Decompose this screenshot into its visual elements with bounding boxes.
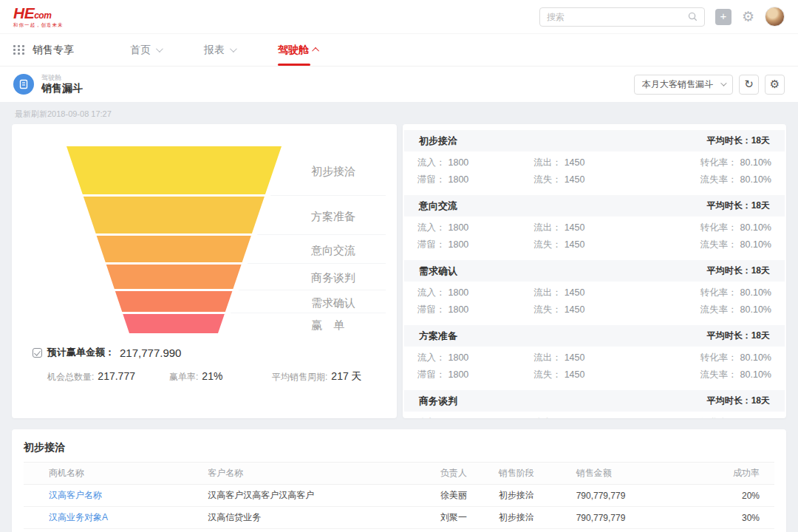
- sales-funnel-chart: 初步接洽方案准备意向交流商务谈判需求确认赢 单: [12, 124, 397, 343]
- add-button[interactable]: +: [715, 9, 732, 25]
- nav-item-label: 报表: [204, 44, 225, 57]
- table-cell: 790,779,779: [576, 485, 684, 507]
- search-box[interactable]: [539, 7, 705, 27]
- funnel-stat-1: 赢单率:21%: [169, 370, 222, 383]
- stage-section-4: 商务谈判平均时长：18天流入：1800流出：1450转化率：80.10%滞留：1…: [403, 390, 786, 418]
- stage-metric: 转化率：80.10%: [644, 415, 771, 418]
- stage-section-0: 初步接洽平均时长：18天流入：1800流出：1450转化率：80.10%滞留：1…: [403, 130, 786, 193]
- table-cell: 徐美丽: [440, 485, 499, 507]
- search-icon: [688, 12, 698, 21]
- funnel-segment-0[interactable]: [66, 146, 282, 194]
- settings-gear-icon[interactable]: ⚙: [742, 10, 754, 24]
- opportunity-table-card: 初步接洽 商机名称客户名称负责人销售阶段销售金额成功率 汉高客户名称汉高客户汉高…: [12, 429, 786, 532]
- stage-section-3: 方案准备平均时长：18天流入：1800流出：1450转化率：80.10%滞留：1…: [403, 325, 786, 388]
- stage-metric: 流失：1450: [533, 171, 644, 188]
- table-cell: 刘聚一: [440, 507, 499, 529]
- stage-metric: 流失率：80.10%: [644, 171, 771, 188]
- table-row-0[interactable]: 汉高客户名称汉高客户汉高客户汉高客户徐美丽初步接洽790,779,77920%: [24, 485, 774, 507]
- nav-item-1[interactable]: 报表: [204, 34, 235, 66]
- table-cell: 790,779,779: [576, 507, 684, 529]
- checkbox-icon[interactable]: [33, 348, 42, 358]
- funnel-stage-label-5: 赢 单: [311, 318, 344, 331]
- funnel-filter-select[interactable]: 本月大客销售漏斗: [634, 75, 733, 95]
- stage-header: 方案准备平均时长：18天: [404, 325, 785, 347]
- funnel-stat-2: 平均销售周期:217 天: [272, 370, 362, 383]
- funnel-segment-4[interactable]: [115, 291, 233, 312]
- opportunity-link[interactable]: 汉高客户名称: [24, 485, 208, 507]
- stage-metric: 流出：1450: [533, 219, 644, 236]
- stage-metric: 流入：1800: [417, 349, 533, 366]
- search-input[interactable]: [547, 12, 688, 22]
- funnel-segment-3[interactable]: [106, 265, 242, 289]
- stage-metric: 滞留：1800: [417, 301, 533, 318]
- opportunity-link[interactable]: 汉高业务对象A: [24, 507, 208, 529]
- stage-name: 方案准备: [419, 330, 457, 343]
- logo-text: HEcom: [13, 5, 64, 21]
- table-cell: 汉高客户汉高客户汉高客户: [208, 485, 440, 507]
- refresh-button[interactable]: ↻: [739, 75, 759, 95]
- stage-duration: 平均时长：18天: [707, 265, 770, 277]
- stage-metric: 流失：1450: [533, 236, 644, 253]
- stage-metric: 流失率：80.10%: [644, 236, 771, 253]
- table-col-5: 成功率: [684, 463, 774, 485]
- stage-name: 需求确认: [419, 265, 457, 278]
- table-header-row: 商机名称客户名称负责人销售阶段销售金额成功率: [24, 463, 774, 485]
- funnel-stage-label-1: 方案准备: [311, 210, 355, 222]
- table-cell: 30%: [684, 507, 774, 529]
- stage-metric: 流入：1800: [417, 415, 533, 418]
- table-col-2: 负责人: [440, 463, 499, 485]
- last-refreshed-text: 最新刷新2018-09-08 17:27: [0, 102, 798, 124]
- stage-duration: 平均时长：18天: [707, 330, 770, 342]
- breadcrumb: 驾驶舱: [41, 74, 83, 82]
- stage-header: 意向交流平均时长：18天: [404, 195, 785, 216]
- stage-metric: 滞留：1800: [417, 366, 533, 383]
- chevron-down-icon: [230, 45, 237, 52]
- stage-name: 初步接洽: [419, 134, 457, 148]
- stage-header: 需求确认平均时长：18天: [404, 260, 785, 282]
- nav-item-label: 首页: [130, 44, 151, 57]
- funnel-stage-label-0: 初步接洽: [311, 165, 355, 177]
- stage-metric: 流入：1800: [417, 284, 533, 301]
- table-row-1[interactable]: 汉高业务对象A汉高信贷业务刘聚一初步接洽790,779,77930%: [24, 507, 774, 529]
- stage-metric: 流失：1450: [533, 366, 644, 383]
- funnel-segment-2[interactable]: [97, 236, 251, 262]
- page-title: 销售漏斗: [41, 82, 83, 95]
- stage-header: 初步接洽平均时长：18天: [404, 130, 785, 151]
- stage-metric: 流出：1450: [533, 349, 644, 366]
- hecom-logo: HEcom 和你一起，创造未来: [13, 5, 64, 28]
- funnel-stage-label-4: 需求确认: [311, 296, 355, 309]
- nav-item-2[interactable]: 驾驶舱: [278, 34, 319, 66]
- chevron-down-icon: [720, 80, 726, 86]
- stage-metric: 流出：1450: [533, 154, 644, 171]
- chevron-down-icon: [156, 45, 163, 52]
- stage-metric: 流失：1450: [533, 301, 644, 318]
- main-content: 初步接洽方案准备意向交流商务谈判需求确认赢 单 预计赢单金额： 217,777.…: [0, 124, 798, 418]
- card-settings-button[interactable]: ⚙: [765, 75, 785, 95]
- stage-section-1: 意向交流平均时长：18天流入：1800流出：1450转化率：80.10%滞留：1…: [403, 195, 786, 258]
- funnel-segment-1[interactable]: [83, 197, 265, 233]
- nav-item-0[interactable]: 首页: [130, 34, 161, 66]
- stage-name: 意向交流: [419, 200, 457, 213]
- dashboard-clipboard-icon: [13, 74, 34, 95]
- stage-metric: 滞留：1800: [417, 171, 533, 188]
- stage-metrics-panel: 初步接洽平均时长：18天流入：1800流出：1450转化率：80.10%滞留：1…: [403, 124, 786, 418]
- stage-metrics-grid: 流入：1800流出：1450转化率：80.10%滞留：1800流失：1450流失…: [403, 216, 786, 258]
- stage-metrics-grid: 流入：1800流出：1450转化率：80.10%滞留：1800流失：1450流失…: [403, 347, 786, 388]
- funnel-stat-0: 机会总数量:217.777: [47, 370, 135, 383]
- apps-grid-icon[interactable]: [13, 45, 25, 55]
- stage-metric: 流失率：80.10%: [644, 366, 771, 383]
- stage-metric: 流入：1800: [417, 154, 533, 171]
- expected-amount-row: 预计赢单金额： 217,777.990: [33, 346, 181, 359]
- stage-metric: 转化率：80.10%: [644, 349, 771, 366]
- funnel-stage-label-2: 意向交流: [310, 244, 355, 256]
- title-bar: 驾驶舱 销售漏斗 本月大客销售漏斗 ↻ ⚙: [0, 66, 798, 102]
- table-col-0: 商机名称: [24, 463, 208, 485]
- funnel-stage-label-3: 商务谈判: [311, 271, 355, 284]
- stage-metric: 滞留：1800: [417, 236, 533, 253]
- funnel-segment-5[interactable]: [123, 314, 225, 333]
- stage-metrics-grid: 流入：1800流出：1450转化率：80.10%滞留：1800流失：1450流失…: [403, 412, 786, 418]
- opportunity-table: 商机名称客户名称负责人销售阶段销售金额成功率 汉高客户名称汉高客户汉高客户汉高客…: [24, 462, 774, 529]
- user-avatar[interactable]: [765, 7, 785, 27]
- stage-metric: 转化率：80.10%: [644, 284, 771, 301]
- expected-amount-label: 预计赢单金额：: [47, 346, 115, 359]
